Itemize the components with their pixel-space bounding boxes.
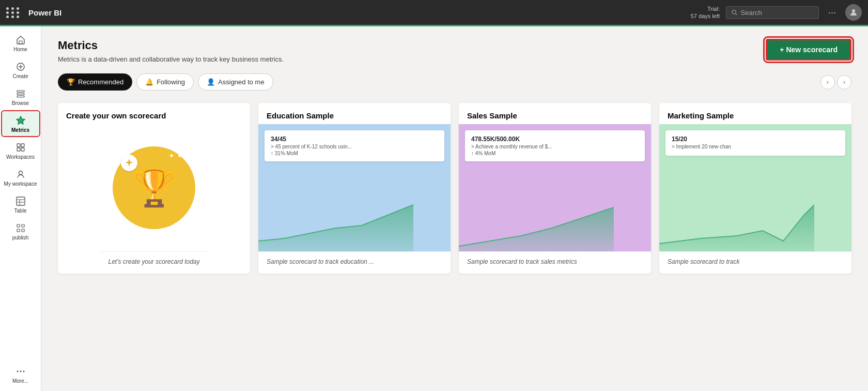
filter-tabs: 🏆 Recommended 🔔 Following 👤 Assigned to …	[58, 73, 851, 91]
svg-line-1	[736, 13, 737, 15]
new-scorecard-button[interactable]: + New scorecard	[766, 39, 851, 61]
browse-icon	[16, 88, 26, 99]
svg-rect-20	[22, 224, 24, 227]
sidebar-item-publish[interactable]: publish	[2, 219, 39, 244]
next-arrow[interactable]: ›	[837, 75, 851, 89]
card-marketing-title: Marketing Sample	[659, 103, 851, 124]
svg-rect-21	[17, 229, 20, 232]
svg-point-25	[23, 371, 24, 372]
svg-point-24	[20, 371, 21, 372]
nav-arrows: ‹ ›	[820, 75, 851, 89]
sales-metric-desc: > Achieve a monthly revenue of $...	[471, 144, 639, 149]
top-navigation: Power BI Trial:57 days left ···	[0, 0, 868, 25]
card-education-title: Education Sample	[258, 103, 451, 124]
sidebar-item-publish-label: publish	[12, 235, 29, 240]
card-marketing-visual: 15/20 > Implement 20 new chan	[659, 124, 851, 251]
card-education-sample[interactable]: Education Sample 34/45 > 45 percent of K…	[258, 103, 451, 274]
marketing-metric-value: 15/20	[672, 136, 839, 143]
card-create-scorecard[interactable]: Create your own scorecard + ✦ ✦ 🏆 Let's …	[58, 103, 250, 274]
svg-rect-8	[17, 93, 24, 95]
tab-assigned[interactable]: 👤 Assigned to me	[198, 73, 273, 91]
create-icon	[16, 62, 26, 72]
sidebar-item-myworkspace[interactable]: My workspace	[2, 165, 39, 190]
sidebar-item-table[interactable]: Table	[2, 192, 39, 217]
svg-point-14	[19, 171, 22, 175]
card-marketing-metrics: 15/20 > Implement 20 new chan	[665, 130, 845, 156]
card-sales-sample[interactable]: Sales Sample 478.55K/500.00K > Achieve a…	[459, 103, 651, 274]
card-sales-visual: 478.55K/500.00K > Achieve a monthly reve…	[459, 124, 651, 251]
page-subtitle: Metrics is a data-driven and collaborati…	[58, 55, 284, 63]
tab-following-label: Following	[157, 78, 185, 86]
svg-rect-10	[17, 144, 20, 147]
sidebar-item-create[interactable]: Create	[2, 57, 39, 82]
card-sales-footer: Sample scorecard to track sales metrics	[459, 251, 651, 274]
trophy-circle: + ✦ ✦ 🏆	[113, 146, 195, 229]
person-icon: 👤	[207, 78, 215, 86]
table-icon	[16, 196, 26, 206]
tab-following[interactable]: 🔔 Following	[136, 73, 194, 91]
bell-icon: 🔔	[145, 78, 153, 86]
card-create-visual: + ✦ ✦ 🏆	[58, 124, 250, 251]
sidebar-item-create-label: Create	[12, 73, 28, 79]
sidebar-item-browse-label: Browse	[12, 100, 29, 106]
svg-rect-9	[17, 96, 24, 97]
tab-assigned-label: Assigned to me	[218, 78, 265, 86]
svg-marker-28	[659, 205, 814, 251]
education-metric-value: 34/45	[271, 136, 438, 143]
page-title: Metrics	[58, 39, 284, 52]
metrics-icon	[16, 115, 26, 126]
card-sales-title: Sales Sample	[459, 103, 651, 124]
trial-info: Trial:57 days left	[691, 5, 720, 20]
sidebar-item-home[interactable]: Home	[2, 31, 39, 55]
card-education-metrics: 34/45 > 45 percent of K-12 schools usin.…	[265, 130, 444, 161]
svg-rect-15	[17, 197, 25, 205]
education-metric-desc: > 45 percent of K-12 schools usin...	[271, 144, 438, 149]
workspaces-icon	[16, 142, 26, 153]
tab-recommended-label: Recommended	[78, 78, 123, 86]
svg-rect-19	[17, 224, 20, 227]
app-title: Power BI	[28, 8, 61, 17]
page-header: Metrics Metrics is a data-driven and col…	[58, 39, 851, 63]
sidebar-item-workspaces[interactable]: Workspaces	[2, 138, 39, 163]
education-chart	[258, 200, 413, 251]
apps-grid-icon[interactable]	[6, 7, 20, 18]
svg-point-2	[852, 9, 855, 12]
trophy-icon: 🏆	[132, 167, 177, 209]
card-marketing-sample[interactable]: Marketing Sample 15/20 > Implement 20 ne…	[659, 103, 851, 274]
search-input[interactable]	[741, 9, 813, 17]
home-icon	[16, 35, 26, 45]
sales-metric-mom: ↑ 4% MoM	[471, 151, 639, 156]
marketing-metric-desc: > Implement 20 new chan	[672, 144, 839, 149]
search-icon	[732, 9, 738, 16]
sales-chart	[459, 200, 614, 251]
card-create-footer: Let's create your scorecard today	[100, 251, 208, 274]
sidebar-item-more[interactable]: More...	[2, 362, 39, 387]
sidebar-item-metrics[interactable]: Metrics	[2, 111, 39, 136]
marketing-chart	[659, 200, 814, 251]
more-options-button[interactable]: ···	[825, 7, 839, 18]
svg-marker-27	[459, 207, 614, 251]
avatar[interactable]	[845, 4, 862, 21]
trophy-small-icon: 🏆	[67, 78, 75, 86]
main-content: Metrics Metrics is a data-driven and col…	[41, 26, 868, 391]
sidebar-item-more-label: More...	[12, 378, 28, 384]
svg-rect-22	[22, 229, 24, 232]
svg-rect-3	[19, 41, 22, 44]
sidebar-item-table-label: Table	[14, 208, 27, 214]
search-box[interactable]	[726, 6, 819, 19]
prev-arrow[interactable]: ‹	[820, 75, 835, 89]
tab-recommended[interactable]: 🏆 Recommended	[58, 73, 132, 91]
sidebar-item-browse[interactable]: Browse	[2, 84, 39, 109]
card-education-footer: Sample scorecard to track education ...	[258, 251, 451, 274]
sales-metric-value: 478.55K/500.00K	[471, 136, 639, 143]
sidebar-item-home-label: Home	[13, 47, 27, 52]
card-create-title: Create your own scorecard	[58, 103, 174, 124]
svg-rect-11	[21, 144, 24, 147]
plus-badge: +	[121, 155, 137, 171]
svg-point-23	[17, 371, 18, 372]
sidebar: Home Create Browse Metrics	[0, 26, 41, 391]
cards-grid: Create your own scorecard + ✦ ✦ 🏆 Let's …	[58, 103, 851, 274]
sidebar-item-myworkspace-label: My workspace	[4, 181, 37, 187]
card-sales-metrics: 478.55K/500.00K > Achieve a monthly reve…	[465, 130, 645, 161]
card-marketing-footer: Sample scorecard to track	[659, 251, 851, 274]
